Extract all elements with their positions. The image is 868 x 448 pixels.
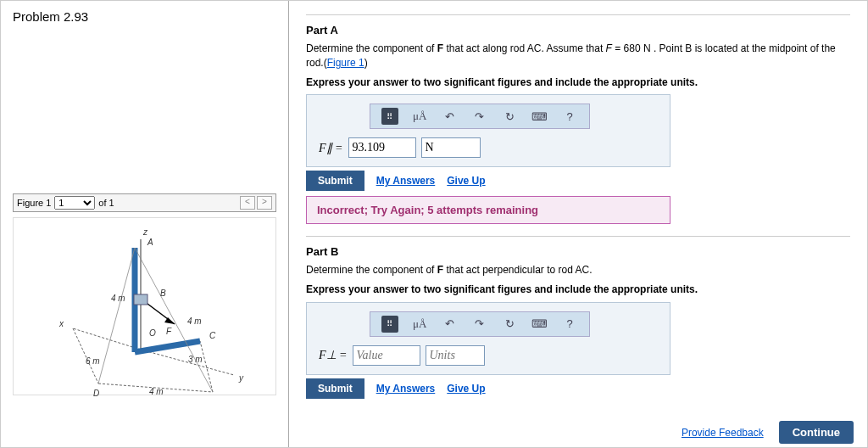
answer-toolbar-b: ⠿ μÅ ↶ ↷ ↻ ⌨ ? (370, 311, 590, 337)
part-b-give-up-link[interactable]: Give Up (447, 383, 485, 395)
templates-icon[interactable]: ⠿ (381, 108, 398, 125)
part-a-answer-block: ⠿ μÅ ↶ ↷ ↻ ⌨ ? F∥ = (306, 94, 670, 167)
svg-line-0 (73, 328, 141, 350)
continue-button[interactable]: Continue (779, 421, 854, 444)
part-a-instructions: Express your answer to two significant f… (306, 76, 850, 90)
reset-icon[interactable]: ↻ (501, 316, 518, 333)
templates-icon[interactable]: ⠿ (381, 316, 398, 333)
keyboard-icon[interactable]: ⌨ (531, 108, 548, 125)
problem-title: Problem 2.93 (13, 9, 276, 24)
part-a-units-input[interactable] (421, 137, 481, 158)
undo-icon[interactable]: ↶ (442, 316, 459, 333)
part-a-submit-button[interactable]: Submit (306, 171, 364, 191)
units-icon[interactable]: μÅ (411, 316, 428, 333)
answer-toolbar: ⠿ μÅ ↶ ↷ ↻ ⌨ ? (370, 104, 590, 129)
diagram-svg: z A B O F C D x y 4 m 4 m 3 m 4 m 6 m (39, 227, 268, 396)
part-b-submit-button[interactable]: Submit (306, 378, 364, 399)
svg-text:F: F (166, 327, 172, 336)
part-b-prefix: F⊥ = (319, 348, 348, 362)
help-icon[interactable]: ? (561, 316, 578, 333)
part-b-answer-block: ⠿ μÅ ↶ ↷ ↻ ⌨ ? F⊥ = (306, 302, 670, 375)
svg-text:B: B (160, 288, 166, 298)
part-b-my-answers-link[interactable]: My Answers (376, 383, 436, 395)
part-b-units-input[interactable] (426, 345, 485, 366)
svg-line-1 (141, 350, 234, 375)
figure-navigation-bar: Figure 1 1 of 1 < > (13, 193, 276, 212)
svg-text:4 m: 4 m (149, 387, 164, 396)
undo-icon[interactable]: ↶ (442, 108, 459, 125)
help-icon[interactable]: ? (561, 108, 578, 125)
svg-text:6 m: 6 m (86, 356, 100, 366)
part-a-prefix: F∥ = (319, 141, 343, 155)
svg-text:4 m: 4 m (187, 316, 202, 326)
figure-prev-button[interactable]: < (240, 196, 255, 210)
part-a-my-answers-link[interactable]: My Answers (376, 175, 436, 187)
redo-icon[interactable]: ↷ (471, 108, 488, 125)
svg-text:A: A (147, 238, 153, 247)
part-b-description: Determine the component of F that act pe… (306, 263, 850, 277)
svg-text:z: z (142, 227, 148, 237)
svg-text:x: x (58, 319, 64, 328)
units-icon[interactable]: μÅ (411, 108, 428, 125)
part-a-description: Determine the component of F that act al… (306, 42, 850, 70)
part-b-value-input[interactable] (353, 345, 420, 366)
part-a-feedback: Incorrect; Try Again; 5 attempts remaini… (306, 196, 670, 224)
svg-text:y: y (238, 373, 244, 383)
figure-select[interactable]: 1 (54, 196, 95, 210)
part-b-instructions: Express your answer to two significant f… (306, 283, 850, 297)
reset-icon[interactable]: ↻ (501, 108, 518, 125)
svg-text:3 m: 3 m (188, 355, 203, 364)
figure-of-label: of 1 (98, 198, 114, 208)
svg-rect-12 (134, 294, 147, 305)
svg-text:C: C (209, 331, 216, 340)
redo-icon[interactable]: ↷ (471, 316, 488, 333)
svg-line-4 (200, 341, 213, 392)
svg-text:4 m: 4 m (111, 294, 125, 303)
figure-label: Figure 1 (17, 198, 51, 208)
part-a-give-up-link[interactable]: Give Up (447, 175, 485, 187)
figure-canvas: z A B O F C D x y 4 m 4 m 3 m 4 m 6 m (13, 217, 276, 395)
figure-next-button[interactable]: > (257, 196, 272, 210)
keyboard-icon[interactable]: ⌨ (531, 316, 548, 333)
part-a-title: Part A (306, 24, 850, 36)
figure-link[interactable]: Figure 1 (327, 57, 364, 69)
svg-text:D: D (93, 389, 99, 396)
part-a-value-input[interactable] (348, 137, 416, 158)
svg-line-8 (98, 248, 135, 384)
provide-feedback-link[interactable]: Provide Feedback (682, 427, 764, 439)
part-b-title: Part B (306, 245, 850, 258)
svg-text:O: O (149, 328, 156, 338)
